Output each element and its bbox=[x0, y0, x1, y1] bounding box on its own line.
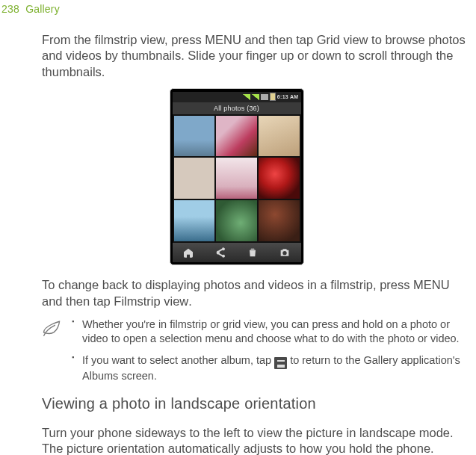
tip-icon bbox=[42, 318, 61, 391]
filmstrip-view-term: Filmstrip view bbox=[114, 294, 188, 308]
battery-icon bbox=[270, 93, 276, 101]
para2-a: To change back to displaying photos and … bbox=[42, 278, 450, 308]
filmstrip-paragraph: To change back to displaying photos and … bbox=[42, 277, 469, 310]
phone-mock: 6:13 AM All photos (36) bbox=[170, 88, 304, 265]
intro-text-a: From the filmstrip view, press MENU and … bbox=[42, 33, 317, 46]
landscape-paragraph: Turn your phone sideways to the left to … bbox=[42, 425, 469, 455]
thumbnail bbox=[216, 116, 257, 157]
tip-item: If you want to select another album, tap… bbox=[72, 353, 469, 383]
section-title: Gallery bbox=[25, 3, 60, 15]
thumbnail-grid bbox=[173, 114, 301, 243]
tip-2-text-a: If you want to select another album, tap bbox=[82, 354, 274, 366]
trash-icon bbox=[246, 246, 259, 259]
home-icon bbox=[182, 246, 195, 259]
thumbnail bbox=[259, 158, 300, 199]
menu-icon bbox=[274, 357, 287, 369]
signal-icon bbox=[252, 94, 259, 100]
status-time: 6:13 AM bbox=[277, 94, 299, 99]
tip-item: Whether you're in filmstrip or grid view… bbox=[72, 318, 469, 346]
thumbnail bbox=[259, 200, 300, 241]
thumbnail bbox=[174, 116, 215, 157]
grid-view-term: Grid view bbox=[317, 33, 368, 46]
wifi-icon bbox=[261, 94, 268, 100]
intro-paragraph: From the filmstrip view, press MENU and … bbox=[42, 32, 469, 81]
tip-1-text: Whether you're in filmstrip or grid view… bbox=[82, 318, 460, 344]
phone-statusbar: 6:13 AM bbox=[173, 92, 301, 102]
landscape-heading: Viewing a photo in landscape orientation bbox=[42, 395, 469, 412]
thumbnail bbox=[259, 116, 300, 157]
tip-list: Whether you're in filmstrip or grid view… bbox=[72, 318, 469, 391]
phone-title: All photos (36) bbox=[173, 102, 301, 114]
para2-b: . bbox=[188, 294, 192, 308]
camera-icon bbox=[278, 246, 291, 259]
thumbnail bbox=[174, 158, 215, 199]
thumbnail bbox=[216, 158, 257, 199]
thumbnail bbox=[216, 200, 257, 241]
page-number: 238 bbox=[1, 3, 19, 15]
signal-icon bbox=[243, 94, 250, 100]
page-header: 238 Gallery bbox=[0, 0, 473, 19]
phone-toolbar bbox=[173, 243, 301, 262]
share-icon bbox=[214, 246, 227, 259]
thumbnail bbox=[174, 200, 215, 241]
phone-figure: 6:13 AM All photos (36) bbox=[0, 88, 473, 265]
